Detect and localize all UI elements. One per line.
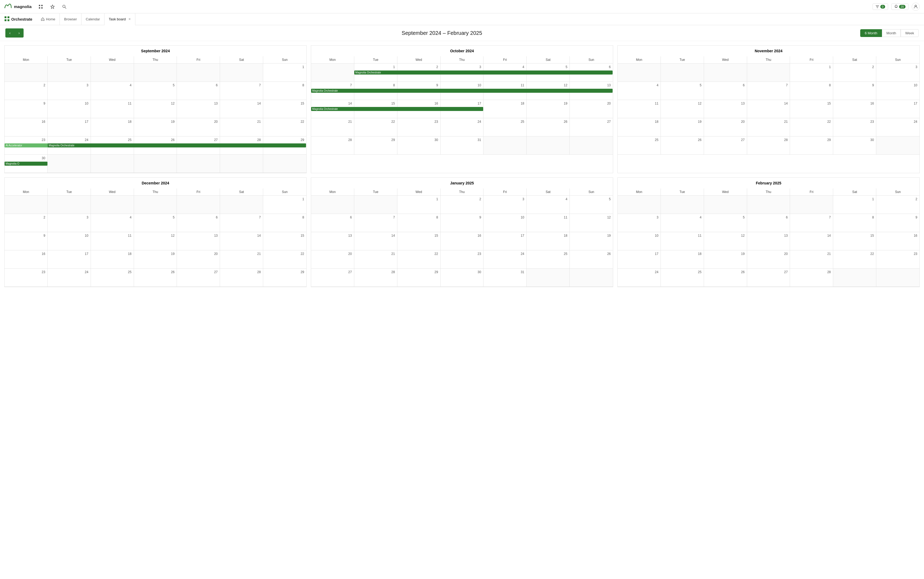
cal-cell[interactable]: 6: [177, 214, 220, 232]
cal-cell[interactable]: 16: [876, 232, 919, 250]
next-button[interactable]: ›: [15, 28, 24, 38]
cal-cell[interactable]: 17: [483, 232, 527, 250]
cal-cell[interactable]: 13: [747, 232, 790, 250]
cal-cell[interactable]: 25: [91, 268, 134, 287]
bell-button[interactable]: 20: [891, 3, 908, 10]
cal-cell[interactable]: 4: [91, 214, 134, 232]
cal-cell[interactable]: 26: [570, 250, 613, 268]
cal-cell[interactable]: 19: [134, 118, 177, 136]
cal-cell[interactable]: 14: [354, 232, 397, 250]
cal-cell[interactable]: 12: [704, 232, 747, 250]
cal-cell[interactable]: 23: [5, 268, 48, 287]
cal-cell[interactable]: 15: [833, 232, 876, 250]
cal-cell[interactable]: 10: [48, 100, 91, 118]
cal-cell[interactable]: 23Al Accelerator: [5, 136, 48, 155]
cal-cell[interactable]: 8: [833, 214, 876, 232]
cal-cell[interactable]: 17: [618, 250, 661, 268]
cal-cell[interactable]: 16: [833, 100, 876, 118]
cal-cell[interactable]: 23: [441, 250, 484, 268]
cal-cell[interactable]: 27: [177, 268, 220, 287]
cal-cell[interactable]: 5: [134, 214, 177, 232]
cal-cell[interactable]: 11: [527, 214, 570, 232]
cal-cell[interactable]: 2: [441, 196, 484, 214]
cal-cell[interactable]: 24: [483, 250, 527, 268]
tab-taskboard[interactable]: Task board ✕: [104, 13, 135, 25]
cal-cell[interactable]: 14Magnolia Orchestrate: [311, 100, 354, 118]
cal-cell[interactable]: 10: [618, 232, 661, 250]
cal-cell[interactable]: 1: [263, 196, 306, 214]
cal-cell[interactable]: 13: [311, 232, 354, 250]
cal-cell[interactable]: 3: [483, 196, 527, 214]
cal-cell[interactable]: 27: [570, 118, 613, 136]
cal-cell[interactable]: 2: [5, 82, 48, 100]
user-avatar[interactable]: [912, 3, 920, 11]
event-bar[interactable]: Magnolia Orchestrate: [48, 143, 306, 147]
cal-cell[interactable]: 30: [441, 268, 484, 287]
cal-cell[interactable]: 14: [220, 232, 263, 250]
cal-cell[interactable]: 10: [483, 214, 527, 232]
cal-cell[interactable]: 18: [618, 118, 661, 136]
cal-cell[interactable]: 4: [527, 196, 570, 214]
event-bar[interactable]: Magnolia Orchestrate: [354, 70, 612, 75]
view-week-button[interactable]: Week: [901, 29, 919, 37]
cal-cell[interactable]: 9: [833, 82, 876, 100]
cal-cell[interactable]: 9: [5, 100, 48, 118]
cal-cell[interactable]: 24: [48, 268, 91, 287]
cal-cell[interactable]: 21: [747, 118, 790, 136]
filter-button[interactable]: 0: [873, 3, 888, 10]
cal-cell[interactable]: 3: [618, 214, 661, 232]
cal-cell[interactable]: 30Magnolia O: [5, 155, 48, 173]
cal-cell[interactable]: 22: [354, 118, 397, 136]
cal-cell[interactable]: 26: [661, 136, 704, 155]
cal-cell[interactable]: 8: [790, 82, 833, 100]
cal-cell[interactable]: 13: [177, 100, 220, 118]
cal-cell[interactable]: 16: [5, 250, 48, 268]
tab-home[interactable]: Home: [37, 13, 60, 25]
cal-cell[interactable]: 9: [876, 214, 919, 232]
grid-icon[interactable]: [37, 3, 44, 10]
cal-cell[interactable]: 9: [441, 214, 484, 232]
cal-cell[interactable]: 6: [704, 82, 747, 100]
cal-cell[interactable]: 9: [5, 232, 48, 250]
cal-cell[interactable]: 21: [220, 118, 263, 136]
cal-cell[interactable]: 22: [263, 250, 306, 268]
cal-cell[interactable]: 28: [220, 268, 263, 287]
cal-cell[interactable]: 5: [570, 196, 613, 214]
cal-cell[interactable]: 24: [618, 268, 661, 287]
cal-cell[interactable]: 6: [311, 214, 354, 232]
cal-cell[interactable]: 15: [397, 232, 441, 250]
cal-cell[interactable]: 7: [220, 214, 263, 232]
cal-cell[interactable]: 24: [441, 118, 484, 136]
cal-cell[interactable]: 18: [661, 250, 704, 268]
cal-cell[interactable]: 8: [263, 214, 306, 232]
cal-cell[interactable]: 21: [354, 250, 397, 268]
cal-cell[interactable]: 21: [790, 250, 833, 268]
view-month-button[interactable]: Month: [882, 29, 901, 37]
cal-cell[interactable]: 1: [397, 196, 441, 214]
tab-calendar[interactable]: Calendar: [82, 13, 104, 25]
cal-cell[interactable]: 19: [527, 100, 570, 118]
cal-cell[interactable]: 7: [790, 214, 833, 232]
cal-cell[interactable]: 7Magnolia Orchestrate: [311, 82, 354, 100]
cal-cell[interactable]: 29: [397, 268, 441, 287]
cal-cell[interactable]: 15: [790, 100, 833, 118]
cal-cell[interactable]: 20: [704, 118, 747, 136]
logo[interactable]: magnolia: [4, 3, 32, 10]
cal-cell[interactable]: 20: [177, 250, 220, 268]
cal-cell[interactable]: 20: [311, 250, 354, 268]
cal-cell[interactable]: 8: [263, 82, 306, 100]
cal-cell[interactable]: 28: [747, 136, 790, 155]
cal-cell[interactable]: 20: [177, 118, 220, 136]
cal-cell[interactable]: 31: [483, 268, 527, 287]
cal-cell[interactable]: 16: [441, 232, 484, 250]
cal-cell[interactable]: 30: [833, 136, 876, 155]
cal-cell[interactable]: 15: [263, 232, 306, 250]
cal-cell[interactable]: 12: [661, 100, 704, 118]
cal-cell[interactable]: 6: [747, 214, 790, 232]
cal-cell[interactable]: 8: [397, 214, 441, 232]
cal-cell[interactable]: 7: [354, 214, 397, 232]
cal-cell[interactable]: 6: [177, 82, 220, 100]
cal-cell[interactable]: 11: [91, 232, 134, 250]
cal-cell[interactable]: 13: [177, 232, 220, 250]
cal-cell[interactable]: 20: [570, 100, 613, 118]
